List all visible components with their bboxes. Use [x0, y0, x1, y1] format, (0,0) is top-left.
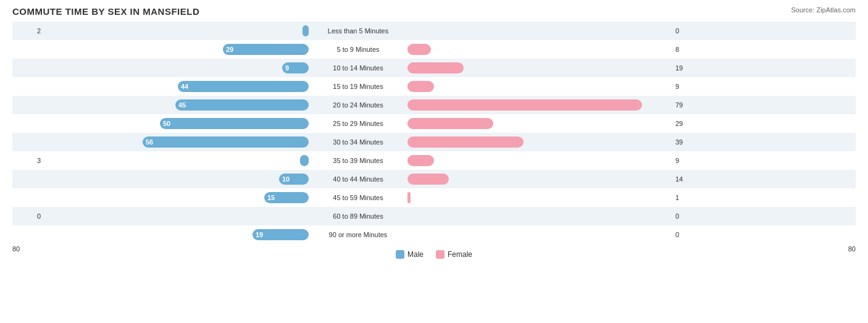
male-value-inside: 45	[175, 101, 189, 109]
row-label: 15 to 19 Minutes	[309, 83, 407, 90]
table-row: 2Less than 5 Minutes0	[12, 22, 856, 40]
male-value-inside: 29	[223, 46, 236, 53]
table-row: 1545 to 59 Minutes1	[12, 188, 856, 207]
female-value: 0	[673, 231, 704, 238]
female-bar-area	[407, 151, 673, 170]
legend-male-label: Male	[407, 250, 424, 259]
female-value: 14	[673, 175, 704, 183]
female-value: 8	[673, 46, 704, 53]
female-bar	[407, 81, 434, 92]
legend-female-box	[436, 250, 444, 259]
female-value: 29	[673, 120, 704, 127]
row-label: 5 to 9 Minutes	[309, 46, 407, 53]
female-value: 9	[673, 83, 704, 90]
axis-right-label: 80	[848, 245, 856, 259]
table-row: 4520 to 24 Minutes79	[12, 96, 856, 114]
male-bar	[300, 155, 309, 166]
female-bar-area	[407, 96, 673, 114]
female-bar-area	[407, 59, 673, 77]
female-bar	[407, 99, 642, 111]
male-value-inside: 10	[279, 175, 293, 183]
legend-female: Female	[436, 250, 472, 259]
female-bar	[407, 136, 524, 148]
female-value: 1	[673, 194, 704, 201]
female-bar-area	[407, 170, 673, 188]
female-bar	[407, 118, 493, 129]
male-bar-area: 15	[43, 188, 309, 207]
male-bar: 50	[160, 118, 309, 129]
chart-title: COMMUTE TIME BY SEX IN MANSFIELD	[12, 6, 856, 17]
male-bar-area: 19	[43, 225, 309, 244]
female-bar-area	[407, 114, 673, 133]
row-label: 35 to 39 Minutes	[309, 157, 407, 164]
chart-body: 2Less than 5 Minutes0295 to 9 Minutes891…	[12, 22, 856, 244]
table-row: 5630 to 34 Minutes39	[12, 133, 856, 151]
male-bar-area: 10	[43, 170, 309, 188]
male-bar: 45	[175, 99, 309, 111]
female-bar	[407, 155, 434, 166]
row-label: 60 to 89 Minutes	[309, 212, 407, 220]
female-value: 0	[673, 212, 704, 220]
male-value-inside: 56	[143, 138, 156, 146]
table-row: 1040 to 44 Minutes14	[12, 170, 856, 188]
row-label: 30 to 34 Minutes	[309, 138, 407, 146]
male-value: 3	[12, 157, 43, 164]
female-value: 0	[673, 27, 704, 35]
table-row: 295 to 9 Minutes8	[12, 40, 856, 59]
table-row: 4415 to 19 Minutes9	[12, 77, 856, 96]
table-row: 335 to 39 Minutes9	[12, 151, 856, 170]
male-bar-area: 29	[43, 40, 309, 59]
female-bar-area	[407, 77, 673, 96]
legend-male: Male	[396, 250, 424, 259]
male-bar-area: 45	[43, 96, 309, 114]
source-label: Source: ZipAtlas.com	[791, 6, 856, 14]
male-bar: 9	[282, 62, 309, 73]
legend-male-box	[396, 250, 404, 259]
male-value: 0	[12, 212, 43, 220]
male-bar-area	[43, 151, 309, 170]
legend-female-label: Female	[448, 250, 472, 259]
female-bar-area	[407, 40, 673, 59]
male-bar-area: 44	[43, 77, 309, 96]
row-label: 40 to 44 Minutes	[309, 175, 407, 183]
table-row: 1990 or more Minutes0	[12, 225, 856, 244]
male-bar-area: 50	[43, 114, 309, 133]
male-bar-area: 56	[43, 133, 309, 151]
female-bar-area	[407, 133, 673, 151]
male-value-inside: 44	[178, 83, 191, 90]
female-bar	[407, 44, 431, 55]
legend: Male Female	[396, 250, 472, 259]
female-bar-area	[407, 225, 673, 244]
male-bar-area	[43, 207, 309, 225]
female-bar	[407, 192, 411, 203]
male-value-inside: 9	[282, 64, 292, 72]
table-row: 060 to 89 Minutes0	[12, 207, 856, 225]
male-value-inside: 15	[264, 194, 278, 201]
male-bar-area	[43, 22, 309, 40]
table-row: 5025 to 29 Minutes29	[12, 114, 856, 133]
male-bar: 15	[264, 192, 309, 203]
female-bar	[407, 174, 449, 185]
female-value: 19	[673, 64, 704, 72]
row-label: 45 to 59 Minutes	[309, 194, 407, 201]
female-bar-area	[407, 188, 673, 207]
row-label: 20 to 24 Minutes	[309, 101, 407, 109]
male-value-inside: 19	[252, 231, 266, 238]
row-label: Less than 5 Minutes	[309, 27, 407, 35]
row-label: 25 to 29 Minutes	[309, 120, 407, 127]
female-bar	[407, 62, 464, 73]
axis-left-label: 80	[12, 245, 20, 259]
row-label: 10 to 14 Minutes	[309, 64, 407, 72]
male-bar: 56	[143, 136, 309, 148]
female-bar-area	[407, 207, 673, 225]
male-bar-area: 9	[43, 59, 309, 77]
male-bar: 19	[252, 229, 309, 240]
male-bar	[303, 25, 309, 36]
row-label: 90 or more Minutes	[309, 231, 407, 238]
male-bar: 44	[178, 81, 309, 92]
female-value: 39	[673, 138, 704, 146]
male-bar: 10	[279, 174, 309, 185]
table-row: 910 to 14 Minutes19	[12, 59, 856, 77]
chart-container: COMMUTE TIME BY SEX IN MANSFIELD Source:…	[0, 0, 868, 323]
female-bar-area	[407, 22, 673, 40]
